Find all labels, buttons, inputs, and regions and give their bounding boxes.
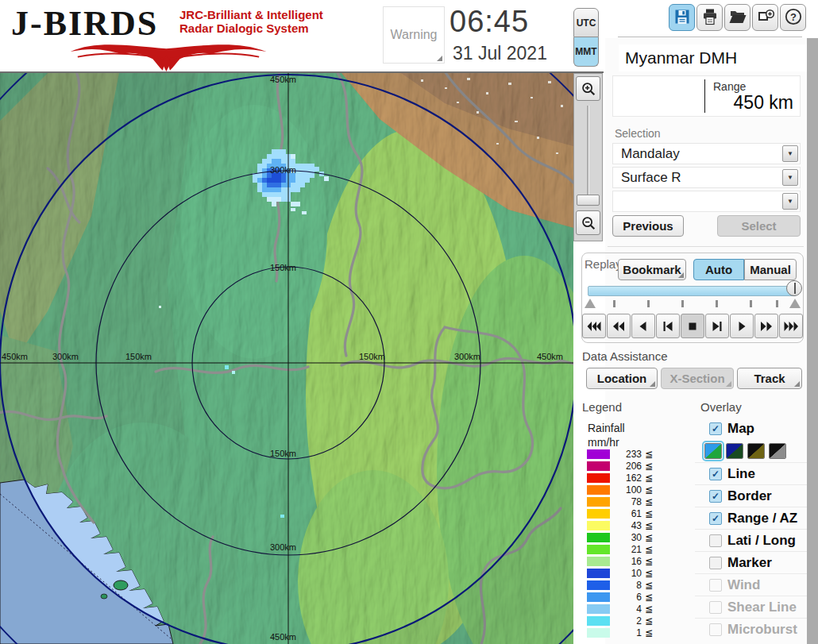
site-dropdown[interactable]: Mandalay ▼: [612, 143, 801, 164]
playback-stop-button[interactable]: [681, 314, 704, 338]
legend-entries: 233≦206≦162≦100≦78≦61≦43≦30≦21≦16≦10≦8≦6…: [587, 449, 653, 640]
legend-row: 1≦: [587, 628, 653, 638]
svg-text:150km: 150km: [125, 352, 152, 361]
auto-mode-button[interactable]: Auto: [693, 259, 744, 280]
track-button[interactable]: Track: [737, 368, 802, 389]
overlay-item-line[interactable]: ✓Line: [695, 462, 807, 484]
zoom-in-button[interactable]: [576, 76, 600, 101]
lte-symbol: ≦: [645, 496, 653, 507]
playback-jump-end-button[interactable]: [705, 314, 729, 338]
playback-fast-rewind-button[interactable]: [582, 314, 606, 338]
map-style-1-button[interactable]: [704, 443, 722, 459]
bookmark-button[interactable]: Bookmark: [618, 259, 686, 280]
checkbox[interactable]: [709, 534, 722, 547]
playback-fast-forward-button[interactable]: [779, 314, 803, 338]
legend-swatch: [587, 497, 610, 507]
open-folder-button[interactable]: [724, 4, 750, 31]
previous-button[interactable]: Previous: [612, 215, 684, 237]
checkbox[interactable]: [709, 557, 722, 569]
product-dropdown[interactable]: Surface R ▼: [612, 167, 801, 188]
jump-end-icon: [710, 321, 724, 332]
overlay-item-marker[interactable]: Marker: [695, 551, 807, 573]
playback-controls: [582, 314, 803, 338]
overlay-item-map[interactable]: ✓Map: [695, 418, 807, 440]
legend-value: 206: [610, 461, 642, 472]
legend-swatch: [587, 461, 610, 471]
overlay-item-microburst: Microburst: [695, 618, 807, 640]
playback-play-reverse-button[interactable]: [631, 314, 655, 338]
help-button[interactable]: ?: [780, 4, 806, 31]
replay-timeline-track[interactable]: [588, 286, 797, 296]
chevron-down-icon: ▼: [787, 150, 793, 157]
print-button[interactable]: [696, 4, 723, 31]
svg-text:?: ?: [790, 10, 797, 22]
rewind-icon: [612, 321, 626, 332]
legend-value: 61: [610, 508, 642, 519]
legend-value: 1: [610, 627, 642, 638]
legend-value: 78: [610, 496, 642, 507]
zoom-out-button[interactable]: [576, 210, 600, 235]
playback-jump-start-button[interactable]: [656, 314, 680, 338]
utc-button[interactable]: UTC: [573, 8, 599, 37]
warning-button[interactable]: Warning: [383, 6, 445, 64]
zoom-slider-handle[interactable]: [577, 195, 600, 206]
manual-mode-button[interactable]: Manual: [744, 259, 797, 280]
map-style-2-button[interactable]: [726, 443, 743, 459]
playback-forward-button[interactable]: [754, 314, 778, 338]
checkbox[interactable]: ✓: [709, 512, 722, 525]
legend-swatch: [587, 533, 610, 542]
option-dropdown[interactable]: ▼: [612, 191, 801, 212]
x-section-button[interactable]: X-Section: [661, 368, 734, 389]
svg-text:300km: 300km: [270, 165, 296, 175]
legend-row: 30≦: [587, 533, 653, 542]
range-value: 450 km: [734, 92, 793, 114]
legend-value: 30: [610, 532, 642, 543]
site-dropdown-button[interactable]: ▼: [782, 145, 798, 162]
checkbox[interactable]: ✓: [709, 490, 722, 503]
product-dropdown-button[interactable]: ▼: [782, 169, 798, 186]
select-button[interactable]: Select: [717, 215, 801, 237]
save-icon: [673, 7, 692, 29]
menu-corner-icon: [437, 56, 442, 61]
zoom-slider-rail[interactable]: [587, 106, 589, 199]
overlay-item-label: Lati / Long: [727, 533, 796, 549]
overlay-item-lati-long[interactable]: Lati / Long: [695, 529, 807, 551]
lte-symbol: ≦: [645, 461, 653, 472]
map-zoom-control: [573, 73, 603, 241]
data-assistance-label: Data Assistance: [582, 349, 668, 363]
playback-play-button[interactable]: [730, 314, 754, 338]
legend-row: 21≦: [587, 545, 653, 554]
jbirds-logo: J-BIRDS JRC-Brilliant & Intelligent Rada…: [6, 2, 340, 71]
overlay-item-range-az[interactable]: ✓Range / AZ: [695, 507, 807, 529]
overlay-item-border[interactable]: ✓Border: [695, 484, 807, 507]
mmt-button[interactable]: MMT: [573, 37, 599, 67]
checkbox[interactable]: ✓: [709, 468, 722, 480]
save-button[interactable]: [669, 4, 695, 31]
clock-date: 31 Jul 2021: [453, 43, 547, 64]
legend-value: 6: [610, 592, 642, 603]
radar-map[interactable]: 450km 300km 150km 150km 300km 450km 450k…: [0, 73, 573, 644]
replay-timeline-handle[interactable]: [786, 280, 802, 296]
map-style-4-button[interactable]: [769, 443, 786, 459]
legend-swatch: [587, 580, 610, 590]
lte-symbol: ≦: [645, 508, 653, 519]
toolbar: ?: [669, 4, 806, 31]
location-button[interactable]: Location: [586, 368, 658, 389]
map-style-swatch: [727, 444, 743, 458]
map-style-swatch: [770, 444, 785, 458]
legend-swatch: [587, 604, 610, 614]
legend-row: 162≦: [587, 473, 653, 483]
legend-row: 233≦: [587, 449, 653, 459]
timeline-end-marker: [789, 299, 801, 308]
screenshot-button[interactable]: [752, 4, 778, 31]
option-dropdown-button[interactable]: ▼: [782, 193, 798, 210]
playback-rewind-button[interactable]: [607, 314, 631, 338]
lte-symbol: ≦: [645, 544, 653, 555]
checkbox[interactable]: ✓: [709, 422, 722, 435]
legend-swatch: [587, 473, 610, 483]
map-style-3-button[interactable]: [747, 443, 765, 459]
legend-row: 8≦: [587, 580, 653, 590]
legend-row: 78≦: [587, 497, 653, 507]
overlay-item-label: Range / AZ: [727, 511, 797, 526]
legend-swatch: [587, 521, 610, 530]
